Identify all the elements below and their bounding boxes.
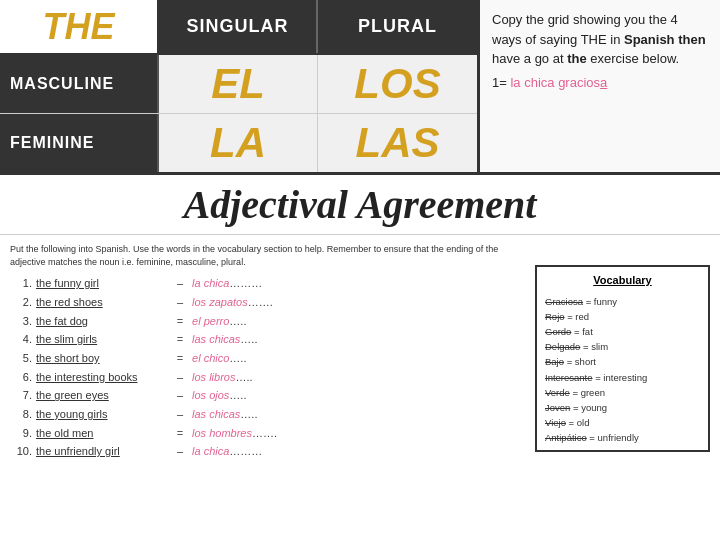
ex-num: 5. bbox=[10, 349, 32, 368]
top-section: THE SINGULAR PLURAL MASCULINE EL LOS bbox=[0, 0, 720, 175]
grid-the-cell: THE bbox=[0, 0, 159, 53]
ex-spanish: las chicas bbox=[192, 405, 240, 424]
instruction-box: Copy the grid showing you the 4 ways of … bbox=[480, 0, 720, 172]
masculine-label: MASCULINE bbox=[10, 75, 114, 93]
ex-dash: – bbox=[171, 442, 189, 461]
ex-dash: = bbox=[171, 349, 189, 368]
ex-num: 9. bbox=[10, 424, 32, 443]
el-value: EL bbox=[211, 60, 265, 108]
ex-dots: ……… bbox=[229, 442, 262, 461]
ex-english: the red shoes bbox=[36, 293, 171, 312]
vocab-word: Gordo bbox=[545, 326, 571, 337]
exercise-area: Put the following into Spanish. Use the … bbox=[10, 243, 535, 532]
ex-dots: ….. bbox=[240, 405, 257, 424]
ex-dots: ….. bbox=[229, 312, 246, 331]
ex-num: 3. bbox=[10, 312, 32, 331]
list-item: 3. the fat dog = el perro ….. bbox=[10, 312, 525, 331]
ex-english: the interesting books bbox=[36, 368, 171, 387]
vocab-entry: Antipático = unfriendly bbox=[545, 430, 700, 445]
ex-spanish: las chicas bbox=[192, 330, 240, 349]
the-label: THE bbox=[43, 6, 115, 48]
exercise-instruction: Put the following into Spanish. Use the … bbox=[10, 243, 525, 268]
vocab-word: Bajo bbox=[545, 356, 564, 367]
vocab-entry: Graciosa = funny bbox=[545, 294, 700, 309]
list-item: 4. the slim girls = las chicas ….. bbox=[10, 330, 525, 349]
los-cell: LOS bbox=[318, 55, 477, 113]
las-cell: LAS bbox=[318, 114, 477, 172]
ex-dots: ….. bbox=[229, 386, 246, 405]
ex-num: 2. bbox=[10, 293, 32, 312]
list-item: 10. the unfriendly girl – la chica ……… bbox=[10, 442, 525, 461]
vocab-meaning: = red bbox=[565, 311, 590, 322]
grid-header-row: THE SINGULAR PLURAL bbox=[0, 0, 477, 55]
ex-english: the funny girl bbox=[36, 274, 171, 293]
list-item: 2. the red shoes – los zapatos ……. bbox=[10, 293, 525, 312]
ex-num: 1. bbox=[10, 274, 32, 293]
vocab-meaning: = slim bbox=[580, 341, 608, 352]
ex-spanish: los hombres bbox=[192, 424, 252, 443]
ex-dots: ….. bbox=[235, 368, 252, 387]
ex-dash: = bbox=[171, 312, 189, 331]
ex-spanish: los zapatos bbox=[192, 293, 248, 312]
vocab-meaning: = green bbox=[570, 387, 605, 398]
ex-spanish: los ojos bbox=[192, 386, 229, 405]
list-item: 7. the green eyes – los ojos ….. bbox=[10, 386, 525, 405]
list-item: 8. the young girls – las chicas ….. bbox=[10, 405, 525, 424]
vocab-meaning: = old bbox=[566, 417, 590, 428]
instruction-text: Copy the grid showing you the 4 ways of … bbox=[492, 10, 708, 69]
ex-dots: ……. bbox=[252, 424, 277, 443]
la-value: LA bbox=[210, 119, 266, 167]
ex-english: the slim girls bbox=[36, 330, 171, 349]
vocab-word: Rojo bbox=[545, 311, 565, 322]
vocab-entry: Rojo = red bbox=[545, 309, 700, 324]
ex-num: 6. bbox=[10, 368, 32, 387]
ex-dash: = bbox=[171, 424, 189, 443]
masculine-label-cell: MASCULINE bbox=[0, 55, 159, 113]
vocab-entry: Bajo = short bbox=[545, 354, 700, 369]
ex-num: 7. bbox=[10, 386, 32, 405]
vocab-word: Verde bbox=[545, 387, 570, 398]
list-item: 1. the funny girl – la chica ……… bbox=[10, 274, 525, 293]
ex-dots: ….. bbox=[240, 330, 257, 349]
vocab-entry: Verde = green bbox=[545, 385, 700, 400]
vocab-word: Delgado bbox=[545, 341, 580, 352]
grid-plural-cell: PLURAL bbox=[318, 0, 477, 53]
ex-spanish: los libros bbox=[192, 368, 235, 387]
ex-dots: ……. bbox=[248, 293, 273, 312]
el-cell: EL bbox=[159, 55, 318, 113]
vocab-meaning: = young bbox=[570, 402, 607, 413]
vocab-entries: Graciosa = funnyRojo = redGordo = fatDel… bbox=[545, 294, 700, 446]
instruction-numbered: 1= la chica graciosa bbox=[492, 75, 708, 90]
ex-english: the unfriendly girl bbox=[36, 442, 171, 461]
adjectival-title: Adjectival Agreement bbox=[184, 181, 537, 228]
plural-header: PLURAL bbox=[358, 16, 437, 37]
vocab-word: Joven bbox=[545, 402, 570, 413]
los-value: LOS bbox=[354, 60, 440, 108]
ex-dash: – bbox=[171, 274, 189, 293]
middle-section: Adjectival Agreement bbox=[0, 175, 720, 235]
vocab-word: Interesante bbox=[545, 372, 593, 383]
ex-spanish: el perro bbox=[192, 312, 229, 331]
ex-spanish: el chico bbox=[192, 349, 229, 368]
vocab-word: Viejo bbox=[545, 417, 566, 428]
ex-dots: ….. bbox=[229, 349, 246, 368]
vocab-word: Graciosa bbox=[545, 296, 583, 307]
ex-dash: – bbox=[171, 293, 189, 312]
vocab-box: Vocabulary Graciosa = funnyRojo = redGor… bbox=[535, 265, 710, 452]
grid-data-rows: MASCULINE EL LOS FEMININE LA LAS bbox=[0, 55, 477, 172]
vocab-title: Vocabulary bbox=[545, 272, 700, 290]
las-value: LAS bbox=[356, 119, 440, 167]
ex-english: the short boy bbox=[36, 349, 171, 368]
feminine-label-cell: FEMININE bbox=[0, 114, 159, 172]
ex-english: the old men bbox=[36, 424, 171, 443]
ex-dash: = bbox=[171, 330, 189, 349]
article-grid: THE SINGULAR PLURAL MASCULINE EL LOS bbox=[0, 0, 480, 172]
ex-num: 8. bbox=[10, 405, 32, 424]
feminine-row: FEMININE LA LAS bbox=[0, 114, 477, 172]
ex-num: 10. bbox=[10, 442, 32, 461]
vocab-meaning: = short bbox=[564, 356, 596, 367]
vocab-entry: Gordo = fat bbox=[545, 324, 700, 339]
ex-spanish: la chica bbox=[192, 274, 229, 293]
singular-header: SINGULAR bbox=[187, 16, 289, 37]
ex-num: 4. bbox=[10, 330, 32, 349]
